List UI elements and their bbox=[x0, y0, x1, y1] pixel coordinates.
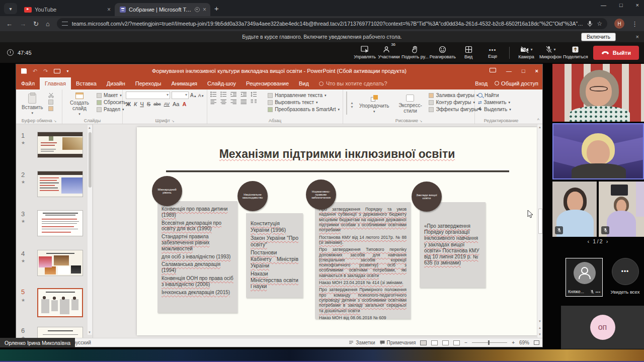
find-button[interactable]: Найти bbox=[478, 93, 511, 98]
ppt-minimize-button[interactable]: — bbox=[506, 68, 512, 74]
paste-button[interactable]: Вставить ▾ bbox=[19, 92, 45, 117]
underline-button[interactable]: Ч bbox=[140, 101, 143, 107]
format-painter-icon[interactable] bbox=[48, 106, 53, 111]
reload-button[interactable]: ↻ bbox=[33, 20, 39, 28]
browser-profile-avatar[interactable]: H bbox=[614, 19, 624, 29]
canvas-scrollbar[interactable]: ▲ ▼ ▲ ▼ bbox=[537, 124, 542, 338]
dialog-launcher-icon[interactable]: ↘ bbox=[53, 119, 56, 123]
ribbon-display-options-icon[interactable] bbox=[490, 68, 496, 72]
copy-icon[interactable] bbox=[48, 100, 53, 105]
window-close-button[interactable]: × bbox=[636, 2, 639, 8]
camera-button[interactable]: ▾ Камера bbox=[515, 42, 538, 63]
view-button[interactable]: Вид bbox=[457, 42, 480, 63]
zoom-slider[interactable] bbox=[472, 342, 507, 343]
window-maximize-button[interactable]: □ bbox=[619, 2, 623, 8]
home-button[interactable]: ⌂ bbox=[46, 20, 50, 28]
tab-view[interactable]: Вид bbox=[294, 77, 314, 89]
tab-file[interactable]: Файл bbox=[16, 77, 40, 89]
zoom-out-button[interactable]: − bbox=[464, 340, 467, 345]
view-slide-sorter-button[interactable] bbox=[431, 340, 438, 345]
see-all-button[interactable]: ••• Увидеть всех bbox=[606, 258, 644, 295]
scroll-down-icon[interactable]: ▼ bbox=[538, 320, 541, 323]
camera-options-chevron-icon[interactable]: ▾ bbox=[531, 47, 533, 52]
participant-card[interactable]: Княже... ••• bbox=[566, 258, 603, 297]
video-tile-participant-4[interactable] bbox=[599, 182, 644, 237]
justify-icon[interactable] bbox=[240, 99, 247, 105]
scrollbar-thumb[interactable] bbox=[538, 209, 542, 234]
paste-dropdown-icon[interactable]: ▾ bbox=[31, 111, 33, 115]
quick-styles-button[interactable]: Экспресс-стили bbox=[394, 92, 426, 117]
view-slideshow-button[interactable] bbox=[453, 340, 460, 345]
next-page-icon[interactable]: › bbox=[606, 238, 609, 244]
font-color-button[interactable]: А bbox=[182, 101, 186, 107]
participants-button[interactable]: 36 Участники bbox=[377, 42, 400, 63]
back-button[interactable]: ← bbox=[6, 20, 13, 28]
manage-button[interactable]: Управлять bbox=[353, 42, 376, 63]
view-reading-button[interactable] bbox=[442, 340, 449, 345]
address-bar[interactable]: teams.microsoft.com/v2/?meetingjoin=true… bbox=[57, 18, 607, 29]
site-settings-icon[interactable] bbox=[62, 22, 68, 26]
browser-menu-icon[interactable]: ⋮ bbox=[631, 20, 638, 28]
slide-thumbnail-4[interactable] bbox=[37, 250, 83, 276]
text-shadow-button[interactable]: abc bbox=[153, 102, 161, 107]
scroll-up-icon[interactable]: ▲ bbox=[88, 126, 91, 129]
fit-slide-button[interactable] bbox=[534, 340, 539, 345]
tell-me-box[interactable]: Что вы хотите сделать? bbox=[314, 77, 392, 89]
columns-icon[interactable] bbox=[251, 99, 257, 105]
indent-decrease-icon[interactable] bbox=[230, 92, 237, 97]
ppt-restore-button[interactable]: □ bbox=[522, 68, 525, 74]
tab-transitions[interactable]: Переходы bbox=[130, 77, 167, 89]
mic-button[interactable]: ▾ Микрофон bbox=[539, 42, 562, 63]
align-center-icon[interactable] bbox=[220, 99, 227, 105]
scrollbar-thumb[interactable] bbox=[89, 132, 92, 188]
tab-teams[interactable]: Собрание | Microsoft Teams × bbox=[115, 3, 210, 16]
section-button[interactable]: Раздел▾ bbox=[97, 107, 126, 112]
forward-button[interactable]: → bbox=[20, 20, 26, 28]
view-normal-button[interactable] bbox=[420, 340, 427, 345]
thumbnail-scrollbar[interactable]: ▲ ▼ bbox=[88, 125, 92, 335]
slide-thumbnail-5-selected[interactable] bbox=[37, 288, 83, 317]
reset-button[interactable]: Сбросить bbox=[97, 100, 126, 105]
tab-youtube[interactable]: YouTube × bbox=[19, 3, 115, 16]
layout-button[interactable]: Макет▾ bbox=[97, 93, 126, 98]
raise-hand-button[interactable]: Поднять ру... bbox=[401, 42, 429, 63]
next-slide-icon[interactable]: ▼ bbox=[538, 333, 541, 336]
shape-effects-button[interactable]: Эффекты фигуры▾ bbox=[429, 107, 481, 112]
tab-close-icon[interactable]: × bbox=[203, 6, 206, 13]
replace-button[interactable]: ⇄Заменить▾ bbox=[478, 100, 511, 105]
tab-design[interactable]: Дизайн bbox=[102, 77, 130, 89]
bookmark-star-icon[interactable]: ☆ bbox=[597, 20, 602, 27]
mic-options-chevron-icon[interactable]: ▾ bbox=[554, 47, 556, 52]
gallery-up-icon[interactable]: ▲ bbox=[350, 101, 354, 105]
shape-outline-button[interactable]: Контур фигуры▾ bbox=[429, 100, 481, 105]
tab-home[interactable]: Главная bbox=[40, 77, 71, 89]
font-name-combobox[interactable] bbox=[126, 92, 170, 99]
bullets-icon[interactable] bbox=[210, 92, 217, 97]
enable-notifications-button[interactable]: Включить bbox=[581, 33, 616, 41]
new-tab-button[interactable]: + bbox=[214, 4, 219, 13]
arrange-button[interactable]: Упорядочить ▾ bbox=[357, 92, 392, 117]
react-button[interactable]: Реагировать bbox=[430, 42, 456, 63]
sign-in-link[interactable]: Вход bbox=[475, 80, 488, 86]
strikethrough-button[interactable]: S bbox=[147, 101, 150, 107]
tab-insert[interactable]: Вставка bbox=[71, 77, 102, 89]
line-spacing-icon[interactable] bbox=[251, 92, 257, 97]
convert-smartart-button[interactable]: Преобразовать в SmartArt▾ bbox=[268, 107, 340, 112]
video-tile-active-speaker[interactable] bbox=[552, 123, 644, 179]
tab-search-button[interactable]: ▾ bbox=[4, 3, 17, 14]
language-indicator[interactable]: русский bbox=[73, 340, 91, 345]
align-text-button[interactable]: Выровнять текст▾ bbox=[268, 100, 340, 105]
scroll-down-icon[interactable]: ▼ bbox=[88, 331, 91, 334]
share-button[interactable]: Поделиться bbox=[563, 42, 588, 63]
align-right-icon[interactable] bbox=[230, 99, 237, 105]
gallery-down-icon[interactable]: ▼ bbox=[350, 105, 354, 109]
voice-search-icon[interactable] bbox=[587, 21, 593, 27]
slide-thumbnail-1[interactable] bbox=[37, 132, 83, 158]
zoom-level[interactable]: 69% bbox=[519, 340, 529, 345]
window-minimize-button[interactable]: — bbox=[601, 2, 606, 8]
tab-animation[interactable]: Анимация bbox=[166, 77, 202, 89]
video-tile-participant-3[interactable] bbox=[552, 182, 597, 237]
zoom-slider-knob[interactable] bbox=[488, 340, 490, 345]
notes-button[interactable]: Заметки bbox=[349, 340, 375, 345]
more-button[interactable]: ••• Еще bbox=[481, 42, 504, 63]
